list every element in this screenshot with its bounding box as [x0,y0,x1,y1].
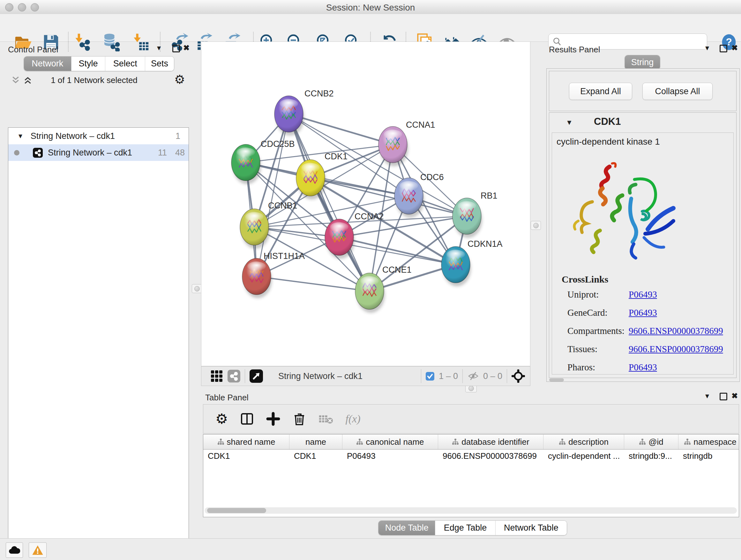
crosslink-value[interactable]: P06493 [629,307,657,318]
right-divider-handle[interactable] [531,221,541,230]
table-cell[interactable]: stringdb:9... [624,449,678,462]
column-header-namespace[interactable]: namespace [678,435,741,449]
panel-close-icon[interactable]: ✖ [731,392,738,400]
network-node-cdc25b[interactable] [231,144,261,184]
table-cell[interactable]: CDK1 [203,449,289,462]
column-header-description[interactable]: description [543,435,624,449]
grid-view-icon[interactable] [210,370,223,382]
protein-name: CDK1 [594,116,621,127]
results-panel: Results Panel ▾ ✖ String Expand All Coll… [543,42,741,390]
cloud-icon [9,546,20,554]
network-options-gear-icon[interactable]: ⚙ [174,73,185,85]
section-collapse-icon[interactable]: ▼ [566,118,573,127]
tab-style[interactable]: Style [71,57,105,71]
network-row-selected[interactable]: String Network – cdk1 11 48 [8,144,189,161]
protein-description: cyclin-dependent kinase 1 [556,137,660,147]
column-header--id[interactable]: @id [624,435,678,449]
crosslink-row: Uniprot:P06493 [567,289,733,300]
network-edge[interactable] [289,114,393,145]
network-node-ccne1[interactable] [355,273,385,313]
network-node-rb1[interactable] [453,198,482,238]
network-node-cdc6[interactable] [394,178,424,218]
results-buttons-box: Expand All Collapse All [549,71,737,111]
create-column-icon[interactable] [266,412,280,426]
crosslink-value[interactable]: P06493 [629,362,657,373]
network-collection-row[interactable]: ▼ String Network – cdk1 1 [8,128,189,144]
pan-target-icon[interactable] [512,369,525,383]
hidden-eye-slash-icon [467,371,479,381]
network-node-ccna2[interactable] [325,219,354,259]
panel-close-icon[interactable]: ✖ [731,44,738,52]
warning-status-button[interactable] [29,543,47,558]
crosslinks-list: Uniprot:P06493GeneCard:P06493Compartment… [552,289,733,380]
selected-checkbox-icon[interactable] [426,372,434,381]
tab-sets[interactable]: Sets [145,57,174,71]
panel-menu-icon[interactable]: ▾ [157,44,161,52]
table-panel-title: Table Panel [205,393,249,402]
left-divider-handle[interactable] [192,284,202,293]
network-edge[interactable] [339,237,456,265]
tab-network[interactable]: Network [24,57,71,71]
network-node-ccna1[interactable] [379,126,408,166]
toolbar-divider [507,369,507,383]
panel-menu-icon[interactable]: ▾ [705,392,709,400]
network-node-hist1h1a[interactable] [242,258,272,298]
crosslink-value[interactable]: 9606.ENSP00000378699 [629,344,723,354]
title-bar: Session: New Session [0,0,741,14]
selected-counts: 1 – 0 [439,371,458,381]
network-view-icon[interactable] [227,370,240,382]
tab-node-table[interactable]: Node Table [379,521,435,535]
tab-select[interactable]: Select [105,57,145,71]
network-edge[interactable] [289,114,369,291]
cloud-status-button[interactable] [6,543,23,558]
collapse-all-button[interactable]: Collapse All [643,83,713,100]
table-options-gear-icon[interactable]: ⚙ [215,412,228,426]
panel-float-icon[interactable] [720,45,727,52]
crosslink-label: Tissues: [567,344,629,354]
node-label: CDC25B [261,139,295,149]
table-hscrollbar-thumb[interactable] [207,508,266,513]
panel-float-icon[interactable] [720,393,727,400]
network-edge[interactable] [311,178,467,216]
network-edge[interactable] [257,276,369,291]
expand-all-button[interactable]: Expand All [569,83,632,100]
node-table: shared namenamecanonical namedatabase id… [203,434,739,517]
delete-column-icon[interactable] [292,412,307,426]
panel-menu-icon[interactable]: ▾ [705,44,709,52]
table-cell[interactable]: stringdb [678,449,741,462]
network-node-cdkn1a[interactable] [441,246,471,287]
column-header-canonical-name[interactable]: canonical name [342,435,438,449]
panel-close-icon[interactable]: ✖ [183,44,190,52]
toolbar-divider [462,369,463,383]
network-canvas[interactable]: CCNB2CCNA1CDC25BCDK1CDC6RB1CCNB1CCNA2CDK… [201,42,530,366]
collection-collapse-icon[interactable]: ▼ [17,132,23,140]
column-header-database-identifier[interactable]: database identifier [438,435,543,449]
network-node-ccnb1[interactable] [240,209,270,249]
results-hscrollbar-thumb[interactable] [549,378,564,381]
show-columns-icon[interactable] [240,412,254,426]
table-hscrollbar[interactable] [205,507,737,514]
network-svg: CCNB2CCNA1CDC25BCDK1CDC6RB1CCNB1CCNA2CDK… [201,42,530,366]
column-header-shared-name[interactable]: shared name [203,435,289,449]
crosslink-value[interactable]: P06493 [629,289,657,300]
tab-edge-table[interactable]: Edge Table [435,521,495,535]
network-node-ccnb2[interactable] [274,96,304,136]
crosslink-row: Pharos:P06493 [567,362,733,373]
node-label: CDC6 [420,172,444,182]
panel-float-icon[interactable] [172,45,180,52]
column-namespace-icon [684,438,691,445]
birds-eye-toggle-icon[interactable] [250,369,263,383]
node-label: CCNA2 [354,212,384,221]
table-cell[interactable]: CDK1 [289,449,342,462]
table-header-row: shared namenamecanonical namedatabase id… [203,435,739,449]
table-cell[interactable]: cyclin-dependent ... [543,449,624,462]
tab-network-table[interactable]: Network Table [495,521,567,535]
crosslink-value[interactable]: 9606.ENSP00000378699 [629,326,723,336]
node-label: CDKN1A [468,239,502,249]
column-header-name[interactable]: name [289,435,342,449]
column-namespace-icon [559,438,566,445]
tab-string[interactable]: String [625,55,660,70]
table-cell[interactable]: 9606.ENSP00000378699 [438,449,543,462]
table-cell[interactable]: P06493 [342,449,438,462]
network-node-cdk1[interactable] [296,160,326,199]
